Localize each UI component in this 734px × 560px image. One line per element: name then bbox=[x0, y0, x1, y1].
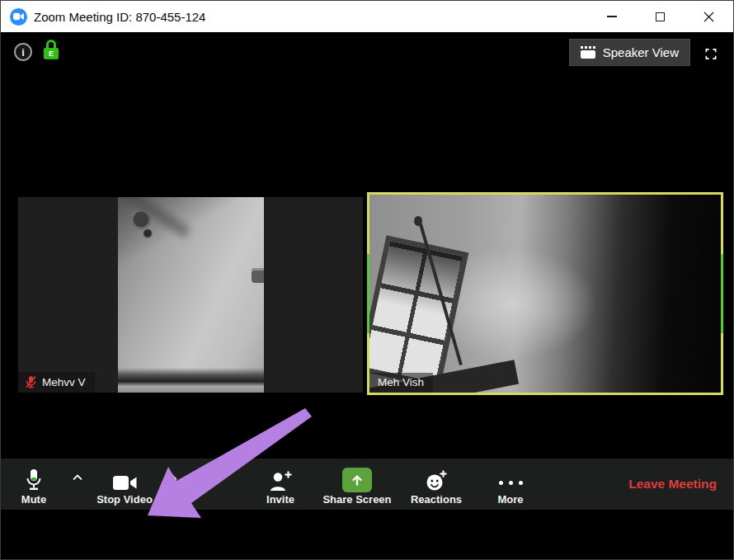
audio-options-chevron[interactable] bbox=[68, 459, 87, 510]
participant-name: Mehvv V bbox=[42, 376, 86, 388]
minimize-icon bbox=[607, 16, 617, 17]
smiley-plus-icon bbox=[425, 466, 448, 492]
meeting-info-button[interactable]: i bbox=[14, 43, 32, 61]
zoom-meeting-window: Zoom Meeting ID: 870-455-124 i E Speaker… bbox=[0, 0, 734, 560]
ellipsis-icon bbox=[499, 466, 523, 492]
mute-label: Mute bbox=[21, 494, 46, 505]
fullscreen-button[interactable] bbox=[700, 43, 722, 64]
more-label: More bbox=[497, 494, 523, 505]
share-screen-label: Share Screen bbox=[322, 494, 391, 505]
participant-tile-mehvv[interactable]: Mehvv V bbox=[18, 197, 363, 393]
stop-video-button[interactable]: Stop Video bbox=[90, 459, 159, 510]
ceiling-fan-shadow bbox=[118, 197, 191, 238]
video-camera-icon bbox=[112, 466, 138, 492]
participant-name: Meh Vish bbox=[378, 376, 424, 388]
active-speaker-accent bbox=[721, 254, 723, 333]
minimize-button[interactable] bbox=[587, 1, 636, 32]
share-screen-button[interactable]: Share Screen bbox=[318, 459, 397, 510]
more-button[interactable]: More bbox=[484, 459, 537, 510]
encryption-lock-icon: E bbox=[43, 40, 59, 62]
maximize-icon bbox=[656, 12, 665, 21]
add-person-icon bbox=[268, 466, 293, 492]
reactions-button[interactable]: Reactions bbox=[400, 459, 473, 510]
reactions-label: Reactions bbox=[411, 494, 462, 505]
chevron-up-icon bbox=[73, 473, 82, 481]
gallery-grid-icon bbox=[581, 46, 595, 59]
chevron-up-icon bbox=[167, 473, 177, 481]
speaker-view-label: Speaker View bbox=[603, 45, 679, 59]
invite-label: Invite bbox=[266, 494, 294, 505]
share-screen-arrow-icon bbox=[342, 468, 372, 492]
zoom-camera-icon bbox=[10, 8, 27, 26]
microphone-icon bbox=[25, 466, 43, 492]
titlebar: Zoom Meeting ID: 870-455-124 bbox=[1, 1, 733, 32]
video-options-chevron[interactable] bbox=[162, 459, 182, 510]
window-panes bbox=[369, 235, 468, 388]
participant-tile-meh-vish[interactable]: Meh Vish bbox=[367, 192, 723, 395]
leave-meeting-button[interactable]: Leave Meeting bbox=[623, 476, 722, 492]
window-ledge bbox=[118, 368, 264, 393]
encryption-badge: E bbox=[44, 48, 59, 59]
muted-mic-icon bbox=[25, 375, 37, 388]
window-title: Zoom Meeting ID: 870-455-124 bbox=[34, 10, 205, 24]
maximize-button[interactable] bbox=[636, 1, 685, 32]
participant-name-label: Mehvv V bbox=[18, 372, 95, 393]
fullscreen-icon bbox=[705, 45, 717, 63]
window-controls bbox=[587, 1, 733, 32]
info-icon: i bbox=[21, 46, 25, 59]
door-hinge bbox=[252, 268, 264, 283]
participant-name-label: Meh Vish bbox=[369, 373, 433, 393]
participant-video bbox=[118, 197, 264, 393]
close-button[interactable] bbox=[685, 1, 733, 32]
meeting-toolbar: Mute Stop Video bbox=[1, 459, 733, 510]
mute-button[interactable]: Mute bbox=[7, 459, 60, 510]
stop-video-label: Stop Video bbox=[96, 494, 153, 505]
participant-video bbox=[369, 195, 721, 393]
speaker-view-button[interactable]: Speaker View bbox=[569, 39, 690, 66]
invite-button[interactable]: Invite bbox=[247, 459, 313, 510]
meeting-stage: i E Speaker View bbox=[1, 32, 733, 510]
close-icon bbox=[703, 12, 714, 22]
